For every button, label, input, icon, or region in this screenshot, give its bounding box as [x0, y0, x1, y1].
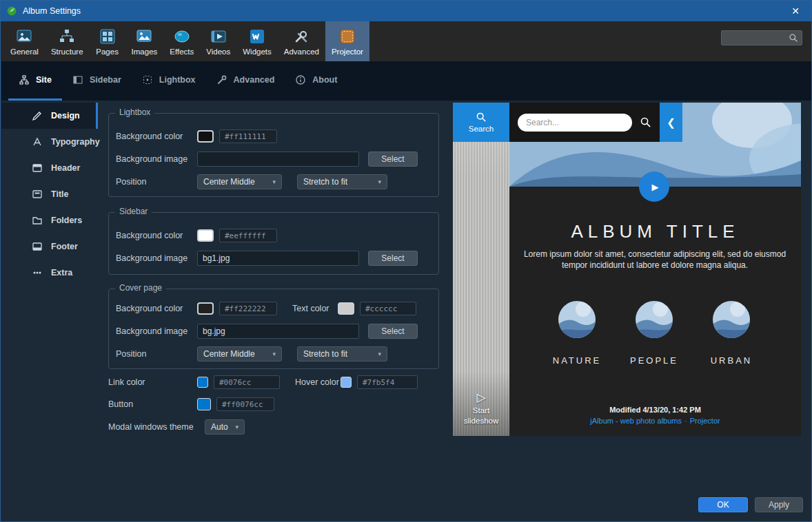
- cover-colors-row: Background color Text color: [116, 301, 432, 316]
- search-icon: [789, 33, 798, 43]
- toolbar-item-pages[interactable]: Pages: [90, 21, 125, 61]
- group-sidebar: Sidebar Background color Background imag…: [108, 212, 439, 275]
- modal-theme-dropdown[interactable]: Auto ▾: [205, 419, 245, 435]
- link-separator: ·: [683, 417, 689, 425]
- toolbar-item-effects[interactable]: Effects: [163, 21, 200, 61]
- tab-lightbox[interactable]: Lightbox: [132, 61, 206, 101]
- cover-fit-dropdown[interactable]: Stretch to fit ▾: [297, 346, 387, 362]
- projector-link[interactable]: Projector: [689, 417, 722, 425]
- folder-thumbnail-people[interactable]: [636, 301, 673, 338]
- cover-text-color-swatch[interactable]: [338, 302, 354, 315]
- modal-theme-label: Modal windows theme: [108, 422, 205, 432]
- sidebar-item-design[interactable]: Design: [1, 103, 98, 129]
- toolbar-item-images[interactable]: Images: [125, 21, 164, 61]
- sidebar-bg-color-swatch[interactable]: [197, 229, 214, 242]
- position-label: Position: [116, 349, 197, 359]
- folder-thumbnail-nature[interactable]: [558, 301, 596, 338]
- sidebar-item-extra[interactable]: Extra: [1, 260, 98, 286]
- toolbar-item-projector[interactable]: Projector: [325, 21, 369, 61]
- button-color-label: Button: [108, 399, 197, 409]
- chevron-down-icon: ▾: [230, 424, 238, 430]
- sidebar-bg-color-input[interactable]: [219, 229, 277, 242]
- toolbar-item-widgets[interactable]: Widgets: [236, 21, 278, 61]
- sidebar-bg-color-row: Background color: [116, 228, 432, 243]
- info-icon: [295, 74, 306, 85]
- videos-icon: [209, 28, 228, 45]
- bg-image-label: Background image: [116, 253, 197, 263]
- button-color-input[interactable]: [216, 397, 274, 411]
- link-color-input[interactable]: [214, 375, 280, 389]
- folder-label-urban[interactable]: URBAN: [693, 355, 769, 366]
- sidebar-bg-image-input[interactable]: [197, 251, 359, 266]
- tab-advanced[interactable]: Advanced: [206, 61, 285, 101]
- bg-image-label: Background image: [116, 326, 197, 336]
- button-color-swatch[interactable]: [197, 398, 211, 410]
- preview-album-description: Lorem ipsum dolor sit amet, consectetur …: [516, 249, 793, 271]
- toolbar-search: [721, 30, 802, 45]
- sidebar-item-title[interactable]: Title: [1, 181, 98, 207]
- lightbox-bg-image-input[interactable]: [197, 152, 359, 167]
- lightbox-bg-color-input[interactable]: [219, 129, 277, 143]
- start-slideshow-button[interactable]: ▷ Start slideshow: [453, 392, 509, 426]
- cover-bg-color-swatch[interactable]: [197, 302, 214, 315]
- sidebar-select-button[interactable]: Select: [368, 251, 418, 266]
- sidebar-item-header[interactable]: Header: [1, 155, 98, 181]
- lightbox-position-row: Position Center Middle ▾ Stretch to fit …: [116, 174, 432, 189]
- lightbox-position-dropdown[interactable]: Center Middle ▾: [197, 174, 282, 189]
- toolbar-item-advanced[interactable]: Advanced: [278, 21, 325, 61]
- lightbox-select-button[interactable]: Select: [368, 152, 418, 167]
- wrench-icon: [216, 74, 227, 85]
- toolbar-item-general[interactable]: General: [4, 21, 45, 61]
- folder-thumbnail-urban[interactable]: [713, 301, 750, 338]
- lightbox-bg-image-row: Background image Select: [116, 152, 432, 167]
- bg-color-label: Background color: [116, 231, 197, 240]
- cover-bg-image-input[interactable]: [197, 324, 359, 339]
- lightbox-bg-color-swatch[interactable]: [197, 130, 214, 143]
- toolbar-item-structure[interactable]: Structure: [45, 21, 90, 61]
- preview-search-input[interactable]: [518, 114, 632, 132]
- chevron-left-icon: ❮: [667, 116, 676, 129]
- position-label: Position: [116, 177, 197, 187]
- sidebar-item-footer[interactable]: Footer: [1, 233, 98, 260]
- chevron-down-icon: ▾: [267, 178, 276, 185]
- cover-position-dropdown[interactable]: Center Middle ▾: [197, 346, 282, 362]
- sidebar-layout-icon: [72, 74, 83, 85]
- cover-bg-image-row: Background image Select: [116, 324, 432, 339]
- cover-text-color-input[interactable]: [360, 302, 416, 315]
- preview-search-tab[interactable]: Search: [453, 103, 509, 142]
- hover-color-swatch[interactable]: [341, 377, 352, 388]
- link-color-swatch[interactable]: [197, 377, 208, 388]
- jalbum-link[interactable]: jAlbum - web photo albums: [589, 417, 683, 425]
- preview-collapse-button[interactable]: ❮: [660, 103, 682, 142]
- cover-bg-color-input[interactable]: [219, 302, 277, 315]
- cover-select-button[interactable]: Select: [368, 324, 418, 339]
- tab-about[interactable]: About: [285, 61, 347, 101]
- toolbar-search-input[interactable]: [725, 33, 789, 43]
- folder-label-nature[interactable]: NATURE: [539, 355, 615, 366]
- preview-play-button[interactable]: ▶: [639, 171, 669, 202]
- sidebar-item-folders[interactable]: Folders: [1, 207, 98, 233]
- chevron-down-icon: ▾: [372, 178, 381, 185]
- play-icon: ▶: [652, 182, 659, 192]
- ok-button[interactable]: OK: [698, 497, 748, 512]
- sidebar-item-typography[interactable]: Typography: [1, 129, 98, 155]
- close-button[interactable]: ✕: [780, 1, 811, 21]
- lightbox-fit-dropdown[interactable]: Stretch to fit ▾: [297, 174, 387, 189]
- folder-label-people[interactable]: PEOPLE: [616, 355, 692, 366]
- ellipsis-icon: [32, 267, 43, 278]
- hover-color-input[interactable]: [357, 375, 418, 389]
- jalbum-logo-icon: [6, 6, 17, 17]
- search-icon[interactable]: [640, 116, 651, 128]
- bg-image-label: Background image: [116, 154, 197, 164]
- main-toolbar: General Structure Pages Images Effects V…: [1, 21, 812, 61]
- tab-sidebar[interactable]: Sidebar: [62, 61, 132, 101]
- apply-button[interactable]: Apply: [755, 497, 803, 512]
- link-color-row: Link color Hover color: [108, 375, 418, 390]
- site-icon: [19, 74, 30, 85]
- tab-site[interactable]: Site: [8, 61, 62, 101]
- toolbar-item-videos[interactable]: Videos: [200, 21, 236, 61]
- title-icon: [32, 189, 43, 200]
- widgets-icon: [247, 28, 267, 45]
- group-lightbox: Lightbox Background color Background ima…: [108, 113, 439, 197]
- hover-color-label: Hover color: [295, 377, 341, 387]
